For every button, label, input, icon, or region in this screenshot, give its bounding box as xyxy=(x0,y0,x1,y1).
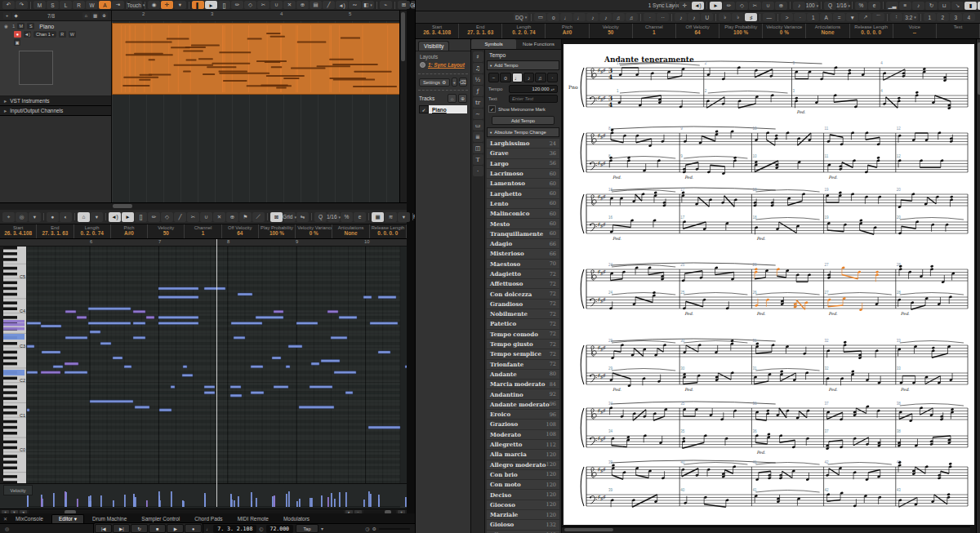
project-vertical-scrollbar[interactable] xyxy=(399,11,407,203)
black-key[interactable] xyxy=(3,397,17,400)
info-field-play-probability[interactable]: Play Probability100 % xyxy=(719,24,763,38)
info-value[interactable]: 50 xyxy=(591,29,630,35)
tenuto-button[interactable]: = xyxy=(833,13,845,21)
tempo-note-value-button[interactable]: · xyxy=(547,73,558,82)
tempo-list-item[interactable]: Largo56 xyxy=(487,159,559,168)
track-freeze-button[interactable]: ▣ xyxy=(14,39,20,46)
midi-note[interactable] xyxy=(113,357,122,359)
lower-zone-tab-chord-pads[interactable]: Chord Pads xyxy=(188,515,229,522)
midi-note[interactable] xyxy=(234,336,245,339)
lower-zone-tab-sampler-control[interactable]: Sampler Control xyxy=(135,515,186,522)
autoscroll-icon[interactable]: ⌁ xyxy=(380,1,392,9)
tempo-list-item[interactable]: Deciso120 xyxy=(487,490,559,499)
info-value[interactable]: 27. 3. 1. 63 xyxy=(461,29,500,35)
black-key[interactable] xyxy=(3,301,17,304)
pin-icon[interactable]: ⌖ xyxy=(2,212,15,222)
tempo-list-item[interactable]: Tranquillamente60 xyxy=(487,229,559,238)
midi-note[interactable] xyxy=(90,400,133,402)
event-display[interactable]: 2345 xyxy=(112,11,399,203)
delete-layout-button[interactable]: ⌫ xyxy=(459,78,467,87)
tempo-list-item[interactable]: Adagietto72 xyxy=(487,269,559,278)
quantize-panel-icon[interactable]: e xyxy=(354,212,366,222)
slur-button[interactable]: ⌒ xyxy=(872,13,884,21)
velocity-bar[interactable] xyxy=(159,500,161,507)
monitor-icon[interactable]: ◉ xyxy=(148,1,160,9)
minimize-icon[interactable]: ↘ xyxy=(951,2,964,10)
tempo-list-item[interactable]: Nobilmente72 xyxy=(487,309,559,318)
midi-note[interactable] xyxy=(135,406,149,408)
midi-note[interactable] xyxy=(274,385,288,388)
zoom-tool[interactable]: ⊕ xyxy=(226,212,238,222)
iterative-quantize-icon[interactable]: % xyxy=(341,212,353,222)
track-mute-button[interactable]: M xyxy=(17,23,24,29)
info-value[interactable]: 27. 3. 1. 63 xyxy=(38,230,71,236)
info-field-articulations[interactable]: ArticulationsNone xyxy=(332,224,369,238)
info-field-voice[interactable]: Voice-- xyxy=(893,24,937,38)
retro-record-icon[interactable]: ◐ xyxy=(60,212,72,222)
zoom-tool[interactable]: ⊕ xyxy=(296,1,309,9)
play-tool[interactable]: ◄) xyxy=(336,1,348,9)
clefs-category-button[interactable]: ♯ xyxy=(473,51,483,62)
tempo-list-item[interactable]: Con dolcezza72 xyxy=(487,289,559,298)
track-name[interactable]: Piano xyxy=(39,24,54,29)
tempo-list-item[interactable]: Andantino92 xyxy=(487,389,559,398)
split-tool[interactable]: ✂ xyxy=(749,2,761,10)
insert-icon[interactable]: ✛ xyxy=(679,2,691,10)
score-page-wrap[interactable]: Andante teneramentePno♯♯♯♯♯♯3434112233Pe… xyxy=(562,39,976,533)
midi-note[interactable] xyxy=(133,322,145,324)
black-key[interactable] xyxy=(3,432,17,435)
velocity-bar[interactable] xyxy=(331,493,332,507)
info-field-end[interactable]: End27. 3. 1. 63 xyxy=(459,24,502,38)
midi-note[interactable] xyxy=(238,293,252,295)
velocity-bar[interactable] xyxy=(363,500,365,507)
midi-note[interactable] xyxy=(231,322,262,324)
undo-icon[interactable]: ↶ xyxy=(2,1,15,9)
go-previous-button[interactable]: |◀ xyxy=(95,524,112,533)
midi-note[interactable] xyxy=(65,362,78,365)
acoustic-feedback-button[interactable]: ◄) xyxy=(109,212,121,222)
midi-note[interactable] xyxy=(256,316,283,318)
range-select-tool[interactable]: [] xyxy=(218,1,230,9)
range-select-tool[interactable]: [] xyxy=(135,212,147,222)
velocity-bar[interactable] xyxy=(204,495,206,507)
velocity-bar[interactable] xyxy=(65,500,66,507)
snap-type-icon[interactable]: ⇆ xyxy=(296,212,309,222)
black-key[interactable] xyxy=(3,252,17,255)
add-track-button[interactable]: + xyxy=(3,12,11,19)
visibility-track-row[interactable]: ✓ Piano xyxy=(419,105,467,113)
track-record-button[interactable]: ● xyxy=(14,31,21,38)
black-key[interactable] xyxy=(3,293,17,296)
velocity-bar[interactable] xyxy=(345,492,347,507)
info-value[interactable]: 64 xyxy=(678,29,717,35)
layout-settings-button[interactable]: Settings⚙ xyxy=(419,78,450,87)
black-key[interactable] xyxy=(3,267,17,270)
quantize-preset-select[interactable]: 1/16 xyxy=(327,212,340,222)
midi-note[interactable] xyxy=(27,322,41,324)
read-automation-button[interactable]: R xyxy=(73,1,85,9)
info-value[interactable]: 0. 2. 0. 74 xyxy=(504,29,543,35)
quantize-icon[interactable]: Q xyxy=(314,212,327,222)
black-key[interactable] xyxy=(3,391,17,394)
tempo-list-item[interactable]: Eroico96 xyxy=(487,410,559,419)
object-select-tool[interactable]: ► xyxy=(205,1,217,9)
tab-symbols[interactable]: Symbols xyxy=(471,39,516,49)
transport-extra-field[interactable] xyxy=(379,528,410,530)
metronome-mark-checkbox-row[interactable]: ✓ Show Metronome Mark xyxy=(485,104,561,114)
midi-note[interactable] xyxy=(183,366,187,368)
draw-tool[interactable]: ✏ xyxy=(723,2,735,10)
info-field-text[interactable]: Text xyxy=(937,24,980,38)
info-field-release-length[interactable]: Release Length0. 0. 0. 0 xyxy=(850,24,893,38)
velocity-bar[interactable] xyxy=(378,495,380,507)
tempo-list-item[interactable]: Adagio66 xyxy=(487,239,559,248)
midi-note[interactable] xyxy=(378,351,390,353)
velocity-bar[interactable] xyxy=(296,501,298,507)
black-key[interactable] xyxy=(3,307,17,310)
velocity-bar[interactable] xyxy=(53,493,55,507)
filter-tracks-icon[interactable]: ◆ xyxy=(12,12,20,19)
midi-note[interactable] xyxy=(378,296,396,299)
velocity-bar[interactable] xyxy=(113,500,114,507)
midi-note[interactable] xyxy=(230,394,242,397)
black-key[interactable] xyxy=(3,455,17,458)
track-solo-button[interactable]: S xyxy=(27,23,34,29)
track-visibility-icon[interactable]: ▦ xyxy=(91,12,99,19)
